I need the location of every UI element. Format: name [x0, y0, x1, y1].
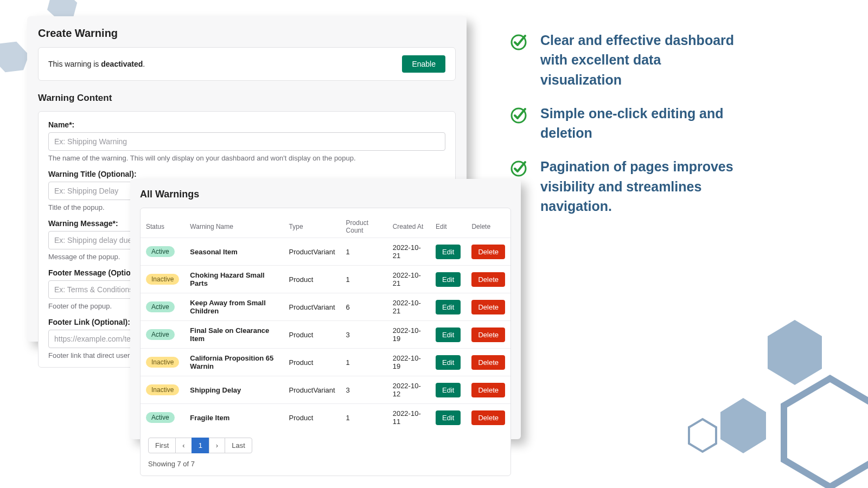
warning-name: Seasonal Item	[184, 238, 283, 266]
enable-button[interactable]: Enable	[402, 55, 445, 73]
bullet-text: Pagination of pages improves visibility …	[540, 157, 743, 216]
decor-hex	[684, 309, 868, 488]
created-at: 2022-10-21	[387, 266, 430, 293]
created-at: 2022-10-12	[387, 376, 430, 404]
delete-button[interactable]: Delete	[471, 272, 505, 287]
th-status: Status	[141, 216, 184, 238]
status-badge: Inactive	[146, 357, 179, 368]
warning-type: ProductVariant	[284, 293, 341, 321]
page-summary: Showing 7 of 7	[141, 460, 510, 476]
th-count: Product Count	[341, 216, 387, 238]
delete-button[interactable]: Delete	[471, 300, 505, 314]
svg-marker-2	[92, 0, 114, 1]
edit-button[interactable]: Edit	[436, 410, 461, 425]
svg-marker-6	[689, 419, 716, 452]
check-icon	[510, 159, 528, 177]
table-row: ActiveSeasonal ItemProductVariant12022-1…	[141, 238, 510, 266]
th-type: Type	[284, 216, 341, 238]
created-at: 2022-10-19	[387, 349, 430, 376]
decor-hex	[92, 0, 125, 11]
title-label: Warning Title (Optional):	[48, 170, 445, 178]
warning-type: ProductVariant	[284, 376, 341, 404]
table-row: InactiveChoking Hazard Small PartsProduc…	[141, 266, 510, 293]
product-count: 1	[341, 266, 387, 293]
status-badge: Active	[146, 329, 175, 340]
name-label: Name*:	[48, 120, 445, 129]
delete-button[interactable]: Delete	[471, 410, 505, 425]
status-badge: Inactive	[146, 384, 179, 395]
pagination: First ‹ 1 › Last	[141, 431, 510, 460]
status-card: This warning is deactivated. Enable	[38, 47, 456, 81]
warning-name: Fragile Item	[184, 404, 283, 432]
status-badge: Active	[146, 412, 175, 423]
table-row: ActiveFragile ItemProduct12022-10-11Edit…	[141, 404, 510, 432]
bullet-text: Simple one-click editing and deletion	[540, 104, 743, 143]
table-row: InactiveCalifornia Proposition 65 Warnin…	[141, 349, 510, 376]
edit-button[interactable]: Edit	[436, 328, 461, 342]
warning-name: Keep Away from Small Children	[184, 293, 283, 321]
page-1[interactable]: 1	[192, 438, 209, 453]
all-warnings-panel: All Warnings Status Warning Name Type Pr…	[130, 179, 521, 439]
warnings-card: Status Warning Name Type Product Count C…	[140, 208, 511, 476]
bullet-text: Clear and effective dashboard with excel…	[540, 30, 743, 89]
created-at: 2022-10-11	[387, 404, 430, 432]
page-next[interactable]: ›	[209, 438, 225, 453]
table-row: ActiveKeep Away from Small ChildrenProdu…	[141, 293, 510, 321]
table-row: InactiveShipping DelayProductVariant3202…	[141, 376, 510, 404]
th-edit: Edit	[430, 216, 466, 238]
warning-name: Final Sale on Clearance Item	[184, 321, 283, 349]
product-count: 3	[341, 321, 387, 349]
th-name: Warning Name	[184, 216, 283, 238]
status-text: This warning is deactivated.	[48, 60, 145, 68]
warning-type: Product	[284, 321, 341, 349]
panel-title: All Warnings	[140, 189, 511, 200]
product-count: 6	[341, 293, 387, 321]
panel-title: Create Warning	[38, 27, 456, 40]
product-count: 1	[341, 404, 387, 432]
warning-type: Product	[284, 404, 341, 432]
th-delete: Delete	[466, 216, 510, 238]
status-badge: Inactive	[146, 274, 179, 285]
product-count: 1	[341, 238, 387, 266]
warning-type: Product	[284, 349, 341, 376]
edit-button[interactable]: Edit	[436, 355, 461, 370]
table-row: ActiveFinal Sale on Clearance ItemProduc…	[141, 321, 510, 349]
name-input[interactable]	[48, 132, 445, 151]
delete-button[interactable]: Delete	[471, 245, 505, 259]
section-subtitle: Warning Content	[38, 93, 456, 104]
bullet-item: Clear and effective dashboard with excel…	[510, 30, 743, 89]
delete-button[interactable]: Delete	[471, 383, 505, 397]
check-icon	[510, 33, 528, 51]
product-count: 1	[341, 349, 387, 376]
created-at: 2022-10-19	[387, 321, 430, 349]
svg-marker-5	[720, 398, 766, 453]
warning-name: Shipping Delay	[184, 376, 283, 404]
status-badge: Active	[146, 246, 175, 257]
warnings-table: Status Warning Name Type Product Count C…	[141, 216, 510, 431]
name-hint: The name of the warning. This will only …	[48, 154, 445, 162]
edit-button[interactable]: Edit	[436, 272, 461, 287]
created-at: 2022-10-21	[387, 238, 430, 266]
page-first[interactable]: First	[148, 438, 176, 453]
svg-marker-4	[768, 320, 822, 385]
edit-button[interactable]: Edit	[436, 245, 461, 259]
bullet-item: Pagination of pages improves visibility …	[510, 157, 743, 216]
svg-marker-3	[784, 378, 868, 487]
product-count: 3	[341, 376, 387, 404]
edit-button[interactable]: Edit	[436, 383, 461, 397]
edit-button[interactable]: Edit	[436, 300, 461, 314]
delete-button[interactable]: Delete	[471, 328, 505, 342]
status-badge: Active	[146, 301, 175, 312]
delete-button[interactable]: Delete	[471, 355, 505, 370]
warning-type: Product	[284, 266, 341, 293]
page-prev[interactable]: ‹	[175, 438, 192, 453]
warning-name: California Proposition 65 Warnin	[184, 349, 283, 376]
th-created: Created At	[387, 216, 430, 238]
feature-bullets: Clear and effective dashboard with excel…	[510, 30, 743, 230]
warning-type: ProductVariant	[284, 238, 341, 266]
bullet-item: Simple one-click editing and deletion	[510, 104, 743, 143]
check-icon	[510, 106, 528, 124]
page-last[interactable]: Last	[225, 438, 252, 453]
warning-name: Choking Hazard Small Parts	[184, 266, 283, 293]
created-at: 2022-10-21	[387, 293, 430, 321]
